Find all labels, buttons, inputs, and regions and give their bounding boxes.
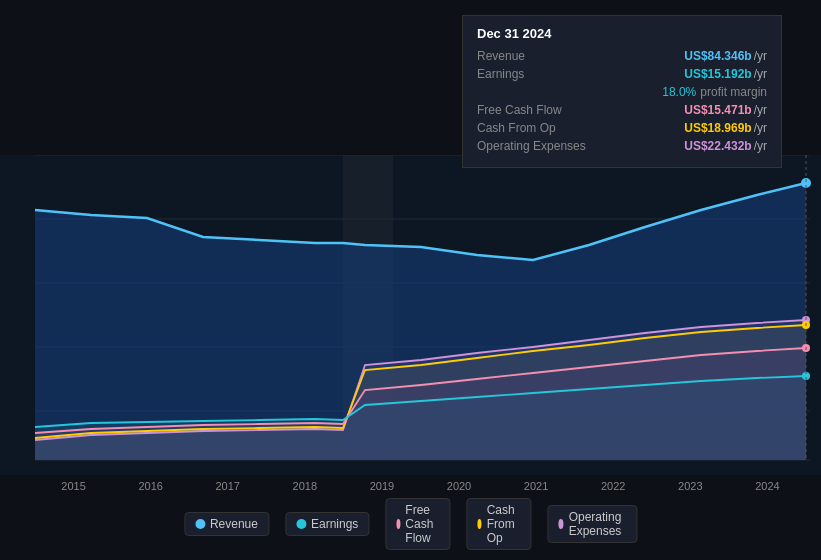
opex-label: Operating Expenses xyxy=(477,139,597,153)
legend-fcf[interactable]: Free Cash Flow xyxy=(385,498,450,550)
x-label-2024: 2024 xyxy=(729,480,806,492)
cashfromop-label: Cash From Op xyxy=(477,121,597,135)
tooltip-date: Dec 31 2024 xyxy=(477,26,767,41)
x-label-2020: 2020 xyxy=(420,480,497,492)
legend-revenue[interactable]: Revenue xyxy=(184,512,269,536)
chart-legend: Revenue Earnings Free Cash Flow Cash Fro… xyxy=(184,498,637,550)
legend-cashfromop[interactable]: Cash From Op xyxy=(466,498,531,550)
earnings-label: Earnings xyxy=(477,67,597,81)
fcf-legend-dot xyxy=(396,519,400,529)
tooltip-box: Dec 31 2024 Revenue US$84.346b/yr Earnin… xyxy=(462,15,782,168)
x-axis: 2015 2016 2017 2018 2019 2020 2021 2022 … xyxy=(0,480,821,492)
chart-area[interactable] xyxy=(0,155,821,475)
opex-legend-dot xyxy=(558,519,563,529)
fcf-value: US$15.471b/yr xyxy=(684,103,767,117)
cashfromop-row: Cash From Op US$18.969b/yr xyxy=(477,121,767,135)
x-label-2023: 2023 xyxy=(652,480,729,492)
x-label-2019: 2019 xyxy=(343,480,420,492)
legend-earnings[interactable]: Earnings xyxy=(285,512,369,536)
x-label-2022: 2022 xyxy=(575,480,652,492)
earnings-value: US$15.192b/yr xyxy=(684,67,767,81)
revenue-legend-dot xyxy=(195,519,205,529)
revenue-legend-label: Revenue xyxy=(210,517,258,531)
opex-legend-label: Operating Expenses xyxy=(569,510,626,538)
earnings-legend-label: Earnings xyxy=(311,517,358,531)
cashfromop-value: US$18.969b/yr xyxy=(684,121,767,135)
revenue-value: US$84.346b/yr xyxy=(684,49,767,63)
profit-margin-value: 18.0% xyxy=(662,85,696,99)
profit-margin-row: 18.0% profit margin xyxy=(477,85,767,99)
fcf-label: Free Cash Flow xyxy=(477,103,597,117)
chart-container: Dec 31 2024 Revenue US$84.346b/yr Earnin… xyxy=(0,0,821,560)
x-label-2015: 2015 xyxy=(35,480,112,492)
opex-value: US$22.432b/yr xyxy=(684,139,767,153)
earnings-row: Earnings US$15.192b/yr xyxy=(477,67,767,81)
cashfromop-legend-label: Cash From Op xyxy=(487,503,521,545)
revenue-label: Revenue xyxy=(477,49,597,63)
x-label-2016: 2016 xyxy=(112,480,189,492)
cashfromop-legend-dot xyxy=(477,519,481,529)
revenue-row: Revenue US$84.346b/yr xyxy=(477,49,767,63)
x-label-2021: 2021 xyxy=(498,480,575,492)
legend-opex[interactable]: Operating Expenses xyxy=(547,505,637,543)
x-label-2017: 2017 xyxy=(189,480,266,492)
fcf-legend-label: Free Cash Flow xyxy=(405,503,439,545)
x-label-2018: 2018 xyxy=(266,480,343,492)
earnings-legend-dot xyxy=(296,519,306,529)
fcf-row: Free Cash Flow US$15.471b/yr xyxy=(477,103,767,117)
profit-margin-label: profit margin xyxy=(700,85,767,99)
opex-row: Operating Expenses US$22.432b/yr xyxy=(477,139,767,153)
